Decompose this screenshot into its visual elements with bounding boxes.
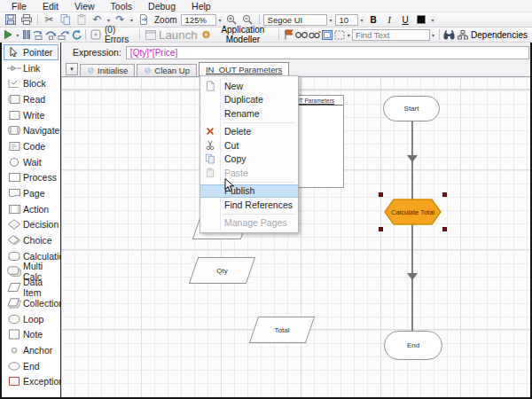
selection-mode-button[interactable] bbox=[334, 28, 346, 42]
pause-button[interactable] bbox=[20, 28, 32, 42]
context-menu-item-cut[interactable]: Cut bbox=[200, 138, 298, 153]
tool-note[interactable]: Note bbox=[4, 326, 59, 342]
underline-button[interactable]: U bbox=[398, 13, 413, 27]
font-color-button[interactable] bbox=[414, 13, 429, 27]
menu-help[interactable]: Help bbox=[184, 1, 219, 12]
tool-link[interactable]: Link bbox=[4, 60, 59, 76]
breakpoint-button[interactable] bbox=[90, 28, 101, 42]
run-dropdown[interactable]: ▾ bbox=[15, 32, 20, 38]
context-menu-item-publish[interactable]: Publish bbox=[200, 184, 298, 199]
errors-label[interactable]: (0) Errors bbox=[102, 25, 136, 44]
tool-write[interactable]: Write bbox=[4, 107, 59, 123]
tab-in-out-parameters[interactable]: IN_OUT Parameters bbox=[199, 62, 289, 76]
font-size-select[interactable]: 10 bbox=[335, 14, 358, 26]
tool-navigate[interactable]: Navigate bbox=[4, 122, 59, 138]
step-out-button[interactable] bbox=[58, 28, 69, 42]
selection-handle[interactable] bbox=[442, 192, 447, 197]
step-in-button[interactable] bbox=[33, 28, 44, 42]
font-color-dropdown[interactable]: ▾ bbox=[430, 17, 436, 23]
menu-file[interactable]: File bbox=[4, 1, 35, 12]
expression-input[interactable] bbox=[126, 46, 529, 59]
tool-wait[interactable]: Wait bbox=[4, 154, 59, 170]
loop-icon bbox=[7, 314, 21, 325]
tool-action[interactable]: Action bbox=[4, 201, 59, 217]
start-node[interactable]: Start bbox=[383, 96, 440, 121]
context-menu-item-new[interactable]: New bbox=[200, 79, 298, 93]
redo-dropdown[interactable]: ▾ bbox=[129, 17, 135, 23]
context-menu-item-rename[interactable]: Rename bbox=[200, 106, 298, 121]
step-over-button[interactable] bbox=[45, 28, 57, 42]
selection-handle[interactable] bbox=[442, 227, 447, 231]
redo-icon: ↷ bbox=[115, 14, 124, 25]
code-icon bbox=[7, 141, 21, 152]
tool-code[interactable]: Code bbox=[4, 138, 59, 154]
tool-choice[interactable]: Choice bbox=[4, 232, 59, 248]
tool-loop[interactable]: Loop bbox=[4, 311, 59, 327]
find-next-button[interactable] bbox=[443, 28, 455, 42]
tool-block[interactable]: Block bbox=[4, 75, 59, 91]
cut-button[interactable]: ✂ bbox=[42, 13, 57, 27]
save-button[interactable] bbox=[3, 13, 18, 27]
context-menu: NewDuplicateRenameDeleteCutCopyPastePubl… bbox=[200, 75, 299, 233]
tab-list-dropdown[interactable]: ▼ bbox=[66, 63, 78, 75]
zoom-select[interactable]: 125% bbox=[181, 14, 216, 26]
export-page-button[interactable] bbox=[136, 13, 151, 27]
dependencies-button[interactable]: Dependencies bbox=[456, 28, 529, 42]
validate-button[interactable] bbox=[295, 28, 308, 42]
tool-collection[interactable]: Collection bbox=[4, 295, 59, 311]
reset-button[interactable] bbox=[70, 28, 82, 42]
glasses-search-icon bbox=[309, 30, 321, 39]
end-node[interactable]: End bbox=[384, 331, 442, 360]
tool-read[interactable]: Read bbox=[4, 91, 59, 107]
menu-tools[interactable]: Tools bbox=[103, 1, 141, 12]
find-text-input[interactable] bbox=[352, 29, 430, 41]
launch-button[interactable]: Launch bbox=[144, 28, 200, 42]
tool-exception[interactable]: Exception bbox=[4, 373, 59, 389]
tool-end[interactable]: End bbox=[4, 358, 59, 374]
selection-handle[interactable] bbox=[379, 227, 383, 231]
font-size-dropdown[interactable]: ▾ bbox=[359, 17, 365, 23]
font-family-dropdown[interactable]: ▾ bbox=[328, 17, 334, 23]
copy-button[interactable] bbox=[58, 13, 73, 27]
selection-mode-dropdown[interactable]: ▾ bbox=[347, 32, 351, 38]
element-usage-button[interactable] bbox=[322, 28, 333, 42]
tool-page[interactable]: Page bbox=[4, 185, 59, 201]
flag-button[interactable] bbox=[283, 28, 294, 42]
tool-pointer[interactable]: Pointer bbox=[4, 44, 59, 60]
check-usages-button[interactable] bbox=[309, 28, 321, 42]
tool-data-item[interactable]: Data Item bbox=[4, 279, 59, 295]
menu-separator bbox=[223, 122, 295, 123]
wait-icon bbox=[7, 157, 21, 168]
flag-icon bbox=[284, 29, 293, 40]
context-menu-item-copy[interactable]: Copy bbox=[200, 153, 298, 167]
page-shape-icon bbox=[7, 188, 21, 199]
write-icon bbox=[7, 110, 21, 121]
qty-data-item[interactable]: Qty bbox=[193, 257, 251, 284]
tool-anchor[interactable]: Anchor bbox=[4, 342, 59, 358]
selection-handle[interactable] bbox=[379, 192, 383, 197]
context-menu-item-duplicate[interactable]: Duplicate bbox=[200, 93, 298, 107]
context-menu-item-find-references[interactable]: Find References bbox=[200, 198, 298, 212]
block-icon bbox=[7, 78, 21, 89]
calculation-node[interactable]: Calculate Total bbox=[384, 199, 442, 225]
italic-button[interactable]: I bbox=[382, 13, 397, 27]
menu-debug[interactable]: Debug bbox=[140, 1, 184, 12]
paste-button[interactable] bbox=[74, 13, 89, 27]
menu-view[interactable]: View bbox=[66, 1, 103, 12]
tool-process[interactable]: Process bbox=[4, 170, 59, 186]
font-family-select[interactable]: Segoe UI bbox=[263, 14, 327, 26]
total-data-item[interactable]: Total bbox=[254, 317, 310, 343]
tab-clean-up[interactable]: Clean Up bbox=[137, 64, 197, 76]
menu-edit[interactable]: Edit bbox=[35, 1, 66, 12]
application-modeller-button[interactable]: Application Modeller bbox=[200, 28, 275, 42]
tool-decision[interactable]: Decision bbox=[4, 217, 59, 233]
undo-dropdown[interactable]: ▾ bbox=[106, 17, 112, 23]
run-button[interactable] bbox=[3, 28, 14, 42]
context-menu-item-delete[interactable]: Delete bbox=[200, 125, 298, 139]
print-button[interactable] bbox=[19, 13, 34, 27]
menu-separator bbox=[223, 214, 295, 215]
tab-initialise[interactable]: Initialise bbox=[80, 64, 135, 76]
zoom-select-dropdown[interactable]: ▾ bbox=[217, 17, 223, 23]
bold-button[interactable]: B bbox=[366, 13, 381, 27]
find-text-dropdown[interactable]: ▾ bbox=[431, 32, 435, 38]
